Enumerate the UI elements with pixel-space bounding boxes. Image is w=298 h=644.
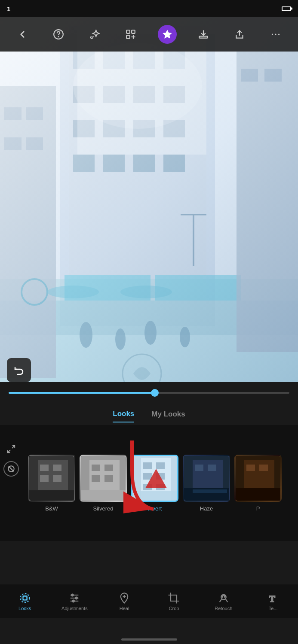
tab-looks[interactable]: Looks	[113, 406, 134, 422]
svg-rect-2	[127, 30, 130, 33]
look-label-haze: Haze	[200, 505, 213, 512]
retouch-icon	[218, 592, 230, 604]
download-button[interactable]	[194, 25, 213, 44]
status-icons	[282, 6, 291, 11]
magic-button[interactable]	[85, 25, 104, 44]
svg-rect-62	[40, 475, 49, 482]
status-bar: 1	[0, 0, 298, 17]
look-item-invert[interactable]: Invert	[129, 455, 181, 512]
expand-icon[interactable]	[3, 441, 19, 457]
look-thumb-silvered	[80, 455, 127, 502]
svg-rect-60	[40, 465, 49, 471]
looks-icon	[19, 592, 31, 604]
nav-crop-label: Crop	[169, 606, 179, 611]
svg-point-9	[278, 33, 280, 35]
more-button[interactable]	[266, 25, 285, 44]
svg-line-55	[8, 450, 10, 453]
status-time: 1	[7, 5, 10, 12]
svg-point-102	[76, 597, 78, 599]
svg-point-1	[58, 36, 59, 37]
svg-point-107	[224, 596, 225, 597]
nav-adjustments[interactable]: Adjustments	[61, 592, 88, 611]
nav-retouch[interactable]: Retouch	[211, 592, 237, 611]
slider-thumb[interactable]	[151, 389, 159, 397]
svg-point-101	[71, 594, 74, 596]
look-label-p: P	[256, 505, 260, 512]
slider-fill	[9, 392, 155, 394]
nav-crop[interactable]: Crop	[161, 592, 187, 611]
svg-rect-93	[236, 488, 282, 502]
svg-rect-6	[199, 36, 208, 38]
help-button[interactable]	[49, 25, 68, 44]
back-button[interactable]	[13, 25, 32, 44]
look-label-bw: B&W	[45, 505, 58, 512]
image-background	[0, 17, 298, 395]
no-filter-icon[interactable]	[3, 461, 19, 477]
svg-rect-63	[53, 475, 61, 482]
home-indicator	[121, 638, 177, 641]
share-button[interactable]	[230, 25, 249, 44]
adjustments-icon	[68, 592, 80, 604]
looks-strip: B&W Silvered	[0, 425, 298, 541]
bottom-nav: Looks Adjustments Heal	[0, 584, 298, 618]
svg-point-8	[275, 33, 276, 35]
svg-rect-70	[104, 475, 113, 482]
nav-text[interactable]: T Te...	[260, 592, 286, 611]
look-thumb-p	[234, 455, 282, 502]
svg-rect-104	[171, 595, 177, 601]
svg-point-106	[222, 596, 223, 597]
nav-adjustments-label: Adjustments	[61, 606, 88, 611]
svg-rect-69	[92, 475, 100, 482]
heal-icon	[118, 592, 130, 604]
main-image	[0, 17, 298, 395]
look-item-silvered[interactable]: Silvered	[77, 455, 129, 512]
nav-text-label: Te...	[269, 606, 278, 611]
svg-rect-71	[81, 490, 127, 502]
slider-track[interactable]	[9, 392, 289, 394]
look-item-haze[interactable]: Haze	[181, 455, 232, 512]
look-label-invert: Invert	[148, 505, 162, 512]
undo-button[interactable]	[7, 358, 31, 382]
nav-heal-label: Heal	[120, 606, 129, 611]
look-item-bw[interactable]: B&W	[26, 455, 77, 512]
svg-rect-86	[208, 465, 216, 471]
svg-marker-5	[163, 30, 172, 39]
svg-rect-68	[104, 465, 113, 471]
nav-looks-label: Looks	[18, 606, 31, 611]
svg-point-95	[23, 596, 27, 600]
svg-marker-82	[145, 469, 167, 488]
nav-retouch-label: Retouch	[215, 606, 232, 611]
text-icon: T	[267, 592, 279, 604]
look-item-p[interactable]: P	[232, 455, 284, 512]
toolbar	[0, 17, 298, 52]
battery-icon	[282, 6, 291, 11]
svg-line-54	[12, 446, 15, 448]
image-overlay	[0, 17, 298, 395]
look-thumb-haze	[183, 455, 230, 502]
svg-rect-91	[246, 465, 255, 471]
star-button[interactable]	[158, 25, 177, 44]
nav-looks[interactable]: Looks	[12, 592, 38, 611]
svg-rect-4	[127, 35, 130, 39]
svg-rect-92	[259, 465, 268, 471]
tab-my-looks[interactable]: My Looks	[151, 407, 185, 422]
look-thumb-bw	[28, 455, 75, 502]
crop-icon	[168, 592, 180, 604]
settings-button[interactable]	[121, 25, 140, 44]
look-thumb-invert	[131, 455, 178, 502]
svg-rect-3	[132, 30, 135, 33]
svg-rect-67	[92, 465, 100, 471]
slider-container	[0, 382, 298, 404]
svg-point-103	[73, 600, 75, 602]
svg-point-7	[272, 33, 273, 35]
look-label-silvered: Silvered	[93, 505, 114, 512]
svg-rect-85	[195, 465, 203, 471]
svg-rect-64	[29, 490, 75, 502]
looks-tabs: Looks My Looks	[0, 404, 298, 425]
svg-text:T: T	[269, 594, 275, 604]
svg-rect-61	[53, 465, 61, 471]
svg-rect-88	[193, 489, 227, 493]
nav-heal[interactable]: Heal	[111, 592, 137, 611]
